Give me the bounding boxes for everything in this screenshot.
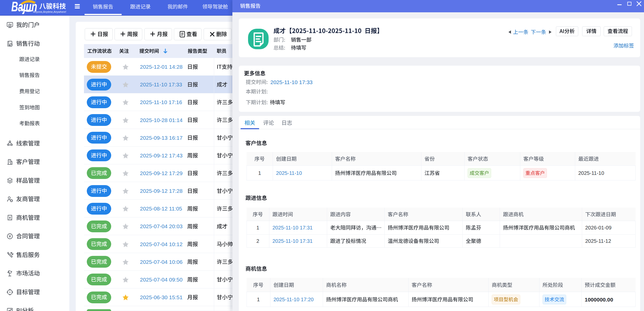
svg-text:VS: VS <box>11 200 13 201</box>
